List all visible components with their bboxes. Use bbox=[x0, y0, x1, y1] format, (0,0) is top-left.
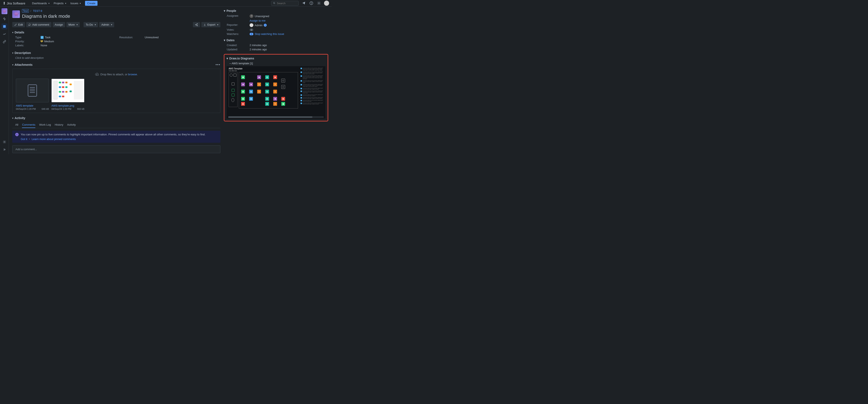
drawio-highlight-box: ▾Draw.io Diagrams – AWS template [1] AWS… bbox=[224, 54, 328, 121]
diagram-legend-text: Lorem ipsum dolor sit amet consectetur a… bbox=[301, 67, 324, 116]
edit-button[interactable]: Edit bbox=[12, 22, 25, 27]
issue-main-panel: 👾 Test / TEST-9 Diagrams in dark mode Ed… bbox=[9, 6, 224, 154]
reporter-info-icon[interactable]: i bbox=[264, 24, 267, 27]
settings-gear-icon[interactable] bbox=[316, 1, 321, 6]
type-value: Task bbox=[45, 36, 51, 39]
svg-point-3 bbox=[311, 4, 312, 4]
export-button[interactable]: Export bbox=[202, 22, 220, 27]
learn-more-link[interactable]: Learn more about pinned comments bbox=[32, 137, 76, 141]
svg-point-8 bbox=[195, 24, 196, 25]
dates-section-header[interactable]: ▾Dates bbox=[224, 38, 328, 42]
share-icon bbox=[195, 23, 198, 26]
create-button[interactable]: Create bbox=[85, 1, 97, 6]
svg-point-0 bbox=[273, 2, 275, 4]
sidebar-settings-icon[interactable] bbox=[1, 139, 7, 145]
attachments-section-header[interactable]: ▾Attachments ••• bbox=[12, 63, 220, 67]
issue-right-panel: ▾People Assignee:?Unassigned Assign to m… bbox=[224, 6, 332, 154]
type-label: Type: bbox=[15, 36, 41, 39]
search-icon bbox=[273, 2, 276, 5]
attachments-menu-icon[interactable]: ••• bbox=[216, 63, 220, 67]
top-navigation-bar: Jira Software Dashboards Projects Issues… bbox=[0, 0, 332, 6]
unassigned-avatar-icon: ? bbox=[250, 14, 253, 18]
sidebar-board-icon[interactable] bbox=[1, 24, 7, 29]
info-icon: i bbox=[15, 133, 19, 136]
pinned-comments-banner: i You can now pin up to five comments to… bbox=[12, 131, 220, 143]
tab-activity[interactable]: Activity bbox=[67, 122, 76, 128]
attachment-name-link[interactable]: AWS template.png bbox=[52, 104, 84, 107]
svg-rect-5 bbox=[3, 25, 6, 28]
export-icon bbox=[204, 24, 206, 26]
logo-text: Jira Software bbox=[7, 1, 25, 5]
document-icon bbox=[28, 84, 37, 97]
task-type-icon: ✓ bbox=[41, 36, 43, 39]
sidebar-reports-icon[interactable] bbox=[1, 31, 7, 37]
stop-watching-link[interactable]: Stop watching this issue bbox=[255, 32, 284, 35]
watchers-badge: 1 bbox=[250, 33, 253, 35]
tab-work-log[interactable]: Work Log bbox=[39, 122, 51, 128]
feedback-icon[interactable] bbox=[301, 1, 306, 6]
diagram-scrollbar[interactable] bbox=[228, 116, 324, 118]
got-it-link[interactable]: Got it bbox=[21, 137, 27, 141]
attachment-card[interactable]: AWS template.png 04/Sep/24 1:20 PM660 kB bbox=[52, 79, 84, 110]
sidebar-activity-icon[interactable] bbox=[1, 16, 7, 22]
svg-point-6 bbox=[4, 142, 5, 142]
tab-comments[interactable]: Comments bbox=[22, 122, 35, 128]
labels-label: Labels: bbox=[15, 44, 41, 47]
assign-button[interactable]: Assign bbox=[53, 22, 65, 27]
breadcrumb-project-link[interactable]: Test bbox=[22, 9, 29, 13]
svg-point-4 bbox=[318, 3, 319, 4]
search-box[interactable] bbox=[271, 1, 299, 6]
priority-value: Medium bbox=[44, 40, 54, 43]
drawio-section-header[interactable]: ▾Draw.io Diagrams bbox=[226, 57, 326, 60]
add-comment-button[interactable]: Add comment bbox=[26, 22, 51, 27]
left-sidebar: 👾 bbox=[0, 6, 9, 154]
comment-input[interactable]: Add a comment... bbox=[12, 145, 220, 153]
breadcrumb-issue-link[interactable]: TEST-9 bbox=[33, 9, 42, 12]
admin-dropdown[interactable]: Admin bbox=[99, 22, 114, 27]
people-section-header[interactable]: ▾People bbox=[224, 9, 328, 12]
svg-line-1 bbox=[275, 3, 275, 4]
share-button[interactable] bbox=[193, 22, 200, 27]
cloud-upload-icon bbox=[95, 72, 99, 76]
breadcrumb: Test / TEST-9 bbox=[22, 9, 70, 13]
svg-point-7 bbox=[197, 24, 198, 24]
nav-dashboards[interactable]: Dashboards bbox=[30, 1, 51, 6]
priority-icon bbox=[41, 40, 43, 42]
drawio-diagram-link[interactable]: – AWS template [1] bbox=[226, 62, 326, 65]
attachment-card[interactable]: AWS template 04/Sep/24 1:20 PM646 kB bbox=[16, 79, 49, 110]
search-input[interactable] bbox=[277, 2, 297, 5]
nav-projects[interactable]: Projects bbox=[52, 1, 68, 6]
project-avatar[interactable]: 👾 bbox=[12, 10, 20, 18]
attachments-dropzone[interactable]: Drop files to attach, or browse. AWS tem… bbox=[12, 69, 220, 113]
nav-issues[interactable]: Issues bbox=[69, 1, 83, 6]
help-icon[interactable] bbox=[309, 1, 314, 6]
status-dropdown[interactable]: To Do bbox=[84, 22, 98, 27]
description-section-header[interactable]: ▾Description bbox=[12, 51, 220, 55]
jira-logo[interactable]: Jira Software bbox=[3, 1, 25, 5]
sidebar-link-icon[interactable] bbox=[1, 39, 7, 44]
tab-all[interactable]: All bbox=[15, 122, 18, 128]
reporter-avatar-icon bbox=[250, 23, 253, 27]
user-avatar[interactable] bbox=[324, 1, 329, 6]
activity-section-header[interactable]: ▾Activity bbox=[12, 116, 220, 120]
attachment-name-link[interactable]: AWS template bbox=[16, 104, 49, 107]
more-button[interactable]: More bbox=[66, 22, 80, 27]
assign-to-me-link[interactable]: Assign to me bbox=[250, 19, 266, 22]
diagram-thumbnail bbox=[52, 79, 84, 102]
pencil-icon bbox=[14, 24, 17, 26]
details-section-header[interactable]: ▾Details bbox=[12, 31, 220, 34]
sidebar-expand-icon[interactable] bbox=[1, 147, 7, 153]
labels-value: None bbox=[41, 44, 47, 47]
description-placeholder[interactable]: Click to add description bbox=[12, 56, 220, 59]
drawio-diagram-preview[interactable]: AWS TemplateSub-title text ▣ ◆ ▣ ▣ bbox=[226, 66, 326, 119]
issue-title: Diagrams in dark mode bbox=[22, 13, 70, 19]
browse-link[interactable]: browse bbox=[128, 73, 137, 76]
votes-badge: 0 bbox=[250, 29, 253, 31]
tab-history[interactable]: History bbox=[55, 122, 63, 128]
priority-label: Priority: bbox=[15, 40, 41, 43]
sidebar-project-icon[interactable]: 👾 bbox=[1, 8, 7, 14]
resolution-label: Resolution: bbox=[119, 36, 145, 39]
resolution-value: Unresolved bbox=[145, 36, 159, 39]
svg-line-11 bbox=[196, 25, 197, 25]
svg-point-9 bbox=[197, 25, 198, 26]
